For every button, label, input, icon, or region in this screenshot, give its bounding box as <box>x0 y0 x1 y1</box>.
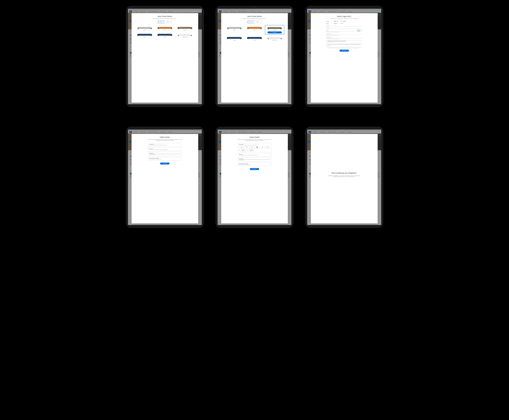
radio-herr[interactable]: Herr <box>340 23 343 24</box>
success-title: Ihre Anmeldung war erfolgreich. <box>314 172 374 174</box>
modal-success: ✕ Ihre Anmeldung war erfolgreich. Vielen… <box>311 134 377 224</box>
modal-subtitle: Wählen Sie jetzt Ihr Dacia Wunschmodell … <box>147 18 182 19</box>
address-dropdown[interactable]: ⌄ <box>360 30 362 31</box>
car-option-duster[interactable]: Duster <box>245 25 264 34</box>
accordion-finanzierung[interactable]: FinanzierungÜber Ihren Händler können Si… <box>148 152 182 156</box>
accordion-weitere-w-nsche-und-fragen[interactable]: Weitere Wünsche und FragenFügen Sie Ihre… <box>148 157 182 161</box>
car-option-sandero[interactable]: Sandero <box>135 25 154 31</box>
tablet-screen: ‹›dacia.de › Broschürenanfrage › Probefa… <box>218 129 291 225</box>
accordion-brosch-ren[interactable]: BroschürenGerne schicken wir Ihnen vorab… <box>148 148 182 151</box>
car-option-lodgy[interactable]: Lodgy <box>135 32 154 38</box>
telefon-hint: Damit wir Sie schnellstmöglich erreichen… <box>327 35 362 36</box>
segment-pkw[interactable]: Pkw <box>248 21 254 23</box>
segment-service[interactable]: Service <box>254 21 261 23</box>
submit-button[interactable]: Probe fahren <box>340 50 349 52</box>
car-option-label: Logan MCV <box>266 30 284 31</box>
telefon-field[interactable]: Telefonnummer <box>327 33 362 35</box>
modal-thanks: ✕ Vielen Dank! Wir freuen uns über Ihre … <box>132 134 198 224</box>
car-option-label: Lodgy <box>225 40 244 41</box>
privacy-select[interactable]: Generelle Information zur Verarbeitung p… <box>327 40 362 43</box>
segmented-control[interactable]: Pkw Service <box>225 21 284 23</box>
segment-service[interactable]: Service <box>164 21 172 23</box>
tablet-screen: ‹›dacia.de › Broschürenanfrage › Probefa… <box>128 129 202 225</box>
tablet-mockup-5: ‹›dacia.de › Broschürenanfrage › Probefa… <box>216 127 293 228</box>
tablet-screen: ‹›dacia.de › Broschürenanfrage › Probefa… <box>307 129 381 225</box>
car-option-label: Dokker <box>155 37 174 37</box>
modal-test-drive: ✕ Jetzt Probe fahren Wählen Sie jetzt Ih… <box>221 13 288 103</box>
close-icon[interactable]: ✕ <box>376 135 376 136</box>
tablet-screen: ‹›dacia.de › Broschürenanfrage › Probefa… <box>128 9 202 104</box>
close-icon[interactable]: ✕ <box>286 14 287 15</box>
test-drive-button[interactable]: Probe fahren <box>267 31 282 33</box>
email-hint: Damit wir Ihnen alle Informationen zusen… <box>327 38 362 39</box>
car-option-label: Lodgy <box>136 37 154 37</box>
newsletter-checkbox[interactable] <box>327 44 328 45</box>
day-di[interactable]: Di <box>244 147 249 149</box>
accordion-weitere-w-nsche-und-fragen[interactable]: Weitere Wünsche und FragenFügen Sie Ihre… <box>238 163 271 166</box>
car-option-duster[interactable]: Duster <box>155 25 175 31</box>
car-option-label: Duster <box>245 30 264 30</box>
day-mo[interactable]: Mo <box>239 147 244 149</box>
radio-frau[interactable]: Frau <box>334 23 337 24</box>
adresse-hint: Damit wir einen Händler in Ihrer Nähe fi… <box>327 32 362 32</box>
car-option-dokker[interactable]: Dokker <box>155 32 175 38</box>
locate-icon[interactable]: ⌖ <box>357 30 359 31</box>
send-button[interactable]: Jetzt senden <box>250 168 259 170</box>
radio-privat[interactable]: Privat <box>334 21 338 22</box>
day-sa[interactable]: Sa <box>265 147 270 149</box>
car-option-dokker[interactable]: Dokker <box>245 35 264 41</box>
time-to-select[interactable]: 20:00 <box>249 149 254 151</box>
modal-thanks: ✕ Vielen Dank! Wir freuen uns über Ihre … <box>221 134 288 224</box>
car-option-dokker-express[interactable]: Dokker Express <box>265 35 284 41</box>
tablet-mockup-6: ‹›dacia.de › Broschürenanfrage › Probefa… <box>305 127 383 228</box>
car-option-label: Dokker <box>245 40 264 41</box>
car-option-label: Dokker Express <box>176 37 194 37</box>
email-field[interactable]: E-Mail-Adresse <box>327 37 362 38</box>
vorname-field[interactable]: Vorname <box>327 25 362 27</box>
segment-pkw[interactable]: Pkw <box>158 21 164 23</box>
close-icon[interactable]: ✕ <box>196 14 197 15</box>
modal-subtitle: Wir freuen uns über Ihre Anmeldung. Wähl… <box>147 139 182 141</box>
tablet-mockup-3: ‹›dacia.de › Broschürenanfrage › Probefa… <box>305 6 383 107</box>
modal-form: ✕ Dacia Logan MCV Wir rufen Sie zurück u… <box>311 13 377 103</box>
accordion-finanzierung[interactable]: FinanzierungÜber Ihren Händler können Si… <box>238 158 271 162</box>
tablet-mockup-2: ‹›dacia.de › Broschürenanfrage › Probefa… <box>216 6 293 107</box>
success-subtitle: Vielen Dank für Ihre Angaben – jetzt kön… <box>327 175 362 177</box>
time-from-select[interactable]: 08:00 <box>241 149 246 151</box>
radio-geschaeftlich[interactable]: Geschäftlich <box>341 21 346 22</box>
accordion-brosch-ren[interactable]: BroschürenGerne schicken wir Ihnen vorab… <box>238 153 271 157</box>
interesse-label: Interesse <box>327 21 334 22</box>
car-option-logan-mcv[interactable]: Logan MCV <box>175 25 195 31</box>
car-option-dokker-express[interactable]: Dokker Express <box>175 32 195 38</box>
privacy-link[interactable]: Datenschutz <box>355 48 358 48</box>
modal-subtitle: Wir freuen uns über Ihre Anmeldung. Wähl… <box>237 139 272 141</box>
car-option-label: Sandero <box>225 30 244 30</box>
car-option-sandero[interactable]: Sandero <box>225 25 244 34</box>
modal-title: Vielen Dank! <box>135 136 195 138</box>
adresse-field[interactable]: Adresse <box>327 30 357 31</box>
modal-title: Vielen Dank! <box>225 136 284 138</box>
car-option-label: Sandero <box>136 30 154 30</box>
car-option-logan-mcv[interactable]: Logan MCV Probe fahren <box>265 25 284 34</box>
send-button[interactable]: Jetzt senden <box>160 163 169 165</box>
close-icon[interactable]: ✕ <box>376 14 376 15</box>
modal-test-drive: ✕ Jetzt Probe fahren Wählen Sie jetzt Ih… <box>132 13 198 103</box>
accordion-erreichbarkeit[interactable]: ErreichbarkeitWann können wir Sie zwecks… <box>238 143 271 152</box>
day-do[interactable]: Do <box>254 147 259 149</box>
modal-subtitle: Wir rufen Sie zurück und vereinbaren mit… <box>327 18 362 19</box>
modal-title: Jetzt Probe fahren <box>135 15 195 17</box>
close-icon[interactable]: ✕ <box>196 135 197 136</box>
segmented-control[interactable]: Pkw Service <box>135 21 195 23</box>
modal-title: Jetzt Probe fahren <box>225 15 284 17</box>
tablet-screen: ‹›dacia.de › Broschürenanfrage › Probefa… <box>307 9 381 104</box>
nachname-field[interactable]: Nachname <box>327 28 362 29</box>
tablet-screen: ‹›dacia.de › Broschürenanfrage › Probefa… <box>218 9 291 104</box>
anrede-label: Anrede <box>327 23 334 24</box>
accordion-erreichbarkeit[interactable]: ErreichbarkeitWann können wir Sie zwecks… <box>148 143 182 147</box>
close-icon[interactable]: ✕ <box>286 135 287 136</box>
time-to-label: bis <box>247 150 248 151</box>
car-option-lodgy[interactable]: Lodgy <box>225 35 244 41</box>
day-fr[interactable]: Fr <box>259 147 265 149</box>
day-mi[interactable]: Mi <box>249 147 254 149</box>
time-from-label: von <box>239 150 240 151</box>
